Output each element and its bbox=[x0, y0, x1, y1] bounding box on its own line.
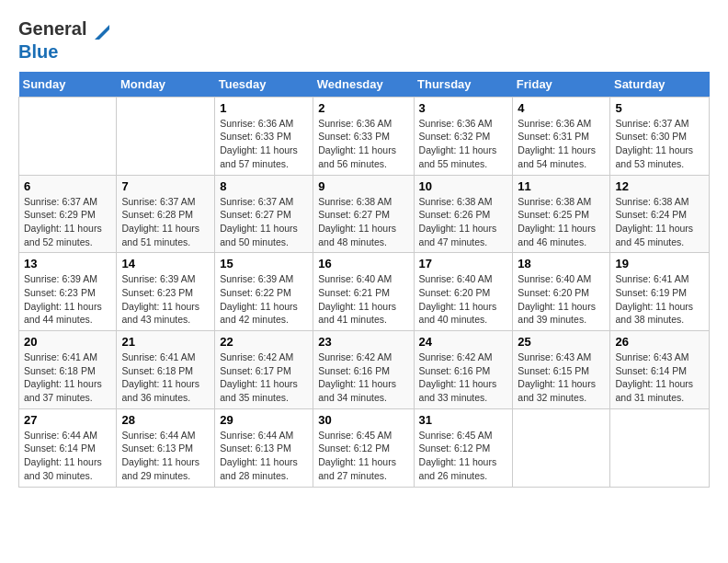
day-detail: Sunrise: 6:38 AMSunset: 6:26 PMDaylight:… bbox=[419, 196, 497, 247]
calendar-cell: 25 Sunrise: 6:43 AMSunset: 6:15 PMDaylig… bbox=[513, 331, 610, 409]
day-detail: Sunrise: 6:37 AMSunset: 6:30 PMDaylight:… bbox=[615, 118, 693, 169]
day-detail: Sunrise: 6:40 AMSunset: 6:20 PMDaylight:… bbox=[518, 273, 596, 325]
calendar-cell: 19 Sunrise: 6:41 AMSunset: 6:19 PMDaylig… bbox=[610, 253, 710, 331]
calendar-cell: 23 Sunrise: 6:42 AMSunset: 6:16 PMDaylig… bbox=[313, 331, 414, 409]
day-number: 10 bbox=[419, 179, 508, 193]
calendar-cell: 26 Sunrise: 6:43 AMSunset: 6:14 PMDaylig… bbox=[610, 331, 710, 409]
day-detail: Sunrise: 6:43 AMSunset: 6:14 PMDaylight:… bbox=[615, 351, 693, 403]
calendar-week-row: 6 Sunrise: 6:37 AMSunset: 6:29 PMDayligh… bbox=[19, 175, 710, 253]
day-number: 19 bbox=[615, 257, 704, 270]
weekday-header-wednesday: Wednesday bbox=[313, 72, 414, 98]
calendar-cell: 24 Sunrise: 6:42 AMSunset: 6:16 PMDaylig… bbox=[414, 331, 513, 409]
day-detail: Sunrise: 6:37 AMSunset: 6:29 PMDaylight:… bbox=[24, 196, 102, 247]
day-number: 11 bbox=[518, 179, 605, 193]
day-number: 7 bbox=[121, 179, 210, 193]
calendar-cell: 1 Sunrise: 6:36 AMSunset: 6:33 PMDayligh… bbox=[215, 97, 313, 175]
calendar-cell: 15 Sunrise: 6:39 AMSunset: 6:22 PMDaylig… bbox=[215, 253, 313, 331]
day-number: 20 bbox=[24, 335, 111, 349]
day-number: 8 bbox=[220, 179, 308, 193]
weekday-header-thursday: Thursday bbox=[414, 72, 513, 98]
day-detail: Sunrise: 6:38 AMSunset: 6:25 PMDaylight:… bbox=[518, 196, 596, 247]
calendar-cell: 10 Sunrise: 6:38 AMSunset: 6:26 PMDaylig… bbox=[414, 175, 513, 253]
day-number: 12 bbox=[615, 179, 704, 193]
calendar-cell: 12 Sunrise: 6:38 AMSunset: 6:24 PMDaylig… bbox=[610, 175, 710, 253]
day-detail: Sunrise: 6:41 AMSunset: 6:18 PMDaylight:… bbox=[121, 351, 199, 403]
weekday-header-monday: Monday bbox=[117, 72, 215, 98]
day-detail: Sunrise: 6:44 AMSunset: 6:13 PMDaylight:… bbox=[220, 430, 298, 481]
day-number: 28 bbox=[121, 413, 210, 427]
calendar-week-row: 13 Sunrise: 6:39 AMSunset: 6:23 PMDaylig… bbox=[19, 253, 710, 331]
calendar-cell: 20 Sunrise: 6:41 AMSunset: 6:18 PMDaylig… bbox=[19, 331, 117, 409]
calendar-cell: 3 Sunrise: 6:36 AMSunset: 6:32 PMDayligh… bbox=[414, 97, 513, 175]
day-number: 3 bbox=[419, 101, 508, 115]
day-number: 27 bbox=[24, 413, 111, 427]
day-number: 30 bbox=[318, 413, 408, 427]
day-number: 25 bbox=[518, 335, 605, 349]
calendar-cell: 21 Sunrise: 6:41 AMSunset: 6:18 PMDaylig… bbox=[117, 331, 215, 409]
day-detail: Sunrise: 6:39 AMSunset: 6:23 PMDaylight:… bbox=[24, 273, 102, 325]
calendar-cell: 16 Sunrise: 6:40 AMSunset: 6:21 PMDaylig… bbox=[313, 253, 414, 331]
day-detail: Sunrise: 6:41 AMSunset: 6:18 PMDaylight:… bbox=[24, 351, 102, 403]
day-detail: Sunrise: 6:42 AMSunset: 6:17 PMDaylight:… bbox=[220, 351, 298, 403]
calendar-cell bbox=[513, 408, 610, 487]
calendar-cell: 11 Sunrise: 6:38 AMSunset: 6:25 PMDaylig… bbox=[513, 175, 610, 253]
day-detail: Sunrise: 6:36 AMSunset: 6:32 PMDaylight:… bbox=[419, 118, 497, 169]
calendar-cell: 18 Sunrise: 6:40 AMSunset: 6:20 PMDaylig… bbox=[513, 253, 610, 331]
logo: General Blue bbox=[18, 18, 111, 63]
day-detail: Sunrise: 6:40 AMSunset: 6:20 PMDaylight:… bbox=[419, 273, 497, 325]
calendar-cell: 29 Sunrise: 6:44 AMSunset: 6:13 PMDaylig… bbox=[215, 408, 313, 487]
day-detail: Sunrise: 6:37 AMSunset: 6:27 PMDaylight:… bbox=[220, 196, 298, 247]
calendar-cell: 5 Sunrise: 6:37 AMSunset: 6:30 PMDayligh… bbox=[610, 97, 710, 175]
calendar-table: SundayMondayTuesdayWednesdayThursdayFrid… bbox=[18, 72, 710, 488]
calendar-cell: 7 Sunrise: 6:37 AMSunset: 6:28 PMDayligh… bbox=[117, 175, 215, 253]
day-number: 15 bbox=[220, 257, 308, 270]
day-number: 13 bbox=[24, 257, 111, 270]
calendar-cell: 9 Sunrise: 6:38 AMSunset: 6:27 PMDayligh… bbox=[313, 175, 414, 253]
weekday-header-saturday: Saturday bbox=[610, 72, 710, 98]
calendar-cell: 13 Sunrise: 6:39 AMSunset: 6:23 PMDaylig… bbox=[19, 253, 117, 331]
calendar-cell: 28 Sunrise: 6:44 AMSunset: 6:13 PMDaylig… bbox=[117, 408, 215, 487]
day-number: 18 bbox=[518, 257, 605, 270]
calendar-cell bbox=[610, 408, 710, 487]
day-detail: Sunrise: 6:39 AMSunset: 6:22 PMDaylight:… bbox=[220, 273, 298, 325]
calendar-cell: 17 Sunrise: 6:40 AMSunset: 6:20 PMDaylig… bbox=[414, 253, 513, 331]
day-detail: Sunrise: 6:41 AMSunset: 6:19 PMDaylight:… bbox=[615, 273, 693, 325]
logo-blue-text: Blue bbox=[18, 41, 58, 62]
day-number: 16 bbox=[318, 257, 408, 270]
calendar-week-row: 27 Sunrise: 6:44 AMSunset: 6:14 PMDaylig… bbox=[19, 408, 710, 487]
weekday-header-sunday: Sunday bbox=[19, 72, 117, 98]
calendar-week-row: 1 Sunrise: 6:36 AMSunset: 6:33 PMDayligh… bbox=[19, 97, 710, 175]
page-header: General Blue bbox=[18, 18, 710, 63]
calendar-header-row: SundayMondayTuesdayWednesdayThursdayFrid… bbox=[19, 72, 710, 98]
calendar-cell: 14 Sunrise: 6:39 AMSunset: 6:23 PMDaylig… bbox=[117, 253, 215, 331]
calendar-cell bbox=[19, 97, 117, 175]
day-detail: Sunrise: 6:44 AMSunset: 6:14 PMDaylight:… bbox=[24, 430, 102, 481]
day-detail: Sunrise: 6:36 AMSunset: 6:33 PMDaylight:… bbox=[220, 118, 298, 169]
day-number: 31 bbox=[419, 413, 508, 427]
calendar-week-row: 20 Sunrise: 6:41 AMSunset: 6:18 PMDaylig… bbox=[19, 331, 710, 409]
day-detail: Sunrise: 6:45 AMSunset: 6:12 PMDaylight:… bbox=[318, 430, 396, 481]
day-number: 1 bbox=[220, 101, 308, 115]
day-number: 5 bbox=[615, 101, 704, 115]
day-detail: Sunrise: 6:43 AMSunset: 6:15 PMDaylight:… bbox=[518, 351, 596, 403]
calendar-cell bbox=[117, 97, 215, 175]
calendar-cell: 27 Sunrise: 6:44 AMSunset: 6:14 PMDaylig… bbox=[19, 408, 117, 487]
day-number: 26 bbox=[615, 335, 704, 349]
day-detail: Sunrise: 6:42 AMSunset: 6:16 PMDaylight:… bbox=[419, 351, 497, 403]
calendar-cell: 31 Sunrise: 6:45 AMSunset: 6:12 PMDaylig… bbox=[414, 408, 513, 487]
day-detail: Sunrise: 6:36 AMSunset: 6:33 PMDaylight:… bbox=[318, 118, 396, 169]
day-detail: Sunrise: 6:37 AMSunset: 6:28 PMDaylight:… bbox=[121, 196, 199, 247]
day-number: 23 bbox=[318, 335, 408, 349]
day-detail: Sunrise: 6:36 AMSunset: 6:31 PMDaylight:… bbox=[518, 118, 596, 169]
day-number: 2 bbox=[318, 101, 408, 115]
day-detail: Sunrise: 6:42 AMSunset: 6:16 PMDaylight:… bbox=[318, 351, 396, 403]
day-number: 4 bbox=[518, 101, 605, 115]
calendar-cell: 22 Sunrise: 6:42 AMSunset: 6:17 PMDaylig… bbox=[215, 331, 313, 409]
day-detail: Sunrise: 6:39 AMSunset: 6:23 PMDaylight:… bbox=[121, 273, 199, 325]
calendar-cell: 30 Sunrise: 6:45 AMSunset: 6:12 PMDaylig… bbox=[313, 408, 414, 487]
day-detail: Sunrise: 6:38 AMSunset: 6:24 PMDaylight:… bbox=[615, 196, 693, 247]
day-number: 9 bbox=[318, 179, 408, 193]
day-number: 22 bbox=[220, 335, 308, 349]
day-number: 6 bbox=[24, 179, 111, 193]
day-number: 29 bbox=[220, 413, 308, 427]
